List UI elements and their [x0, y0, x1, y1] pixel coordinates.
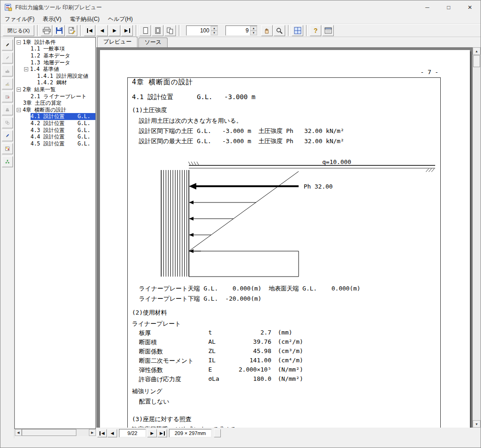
collapse-box[interactable]: −	[17, 88, 21, 92]
thumbnail-view-button[interactable]	[292, 25, 303, 36]
nav-next-page-button[interactable]: ▶	[147, 429, 157, 437]
ring-title: 補強リング	[132, 387, 162, 396]
subsection3-title: (3)座屈に対する照査	[132, 415, 191, 423]
zoom-tool-button[interactable]	[274, 25, 285, 36]
layout-tool-button[interactable]	[2, 143, 13, 154]
zoom-input[interactable]	[187, 26, 211, 35]
brush-tool-button[interactable]	[2, 65, 13, 76]
pan-tool-button[interactable]	[261, 25, 273, 36]
gray-marker-icon	[5, 81, 10, 87]
line-tool-button[interactable]	[2, 52, 13, 63]
help-button[interactable]: ?	[310, 25, 321, 36]
ink-pen-tool-button[interactable]	[2, 130, 13, 141]
tab-preview[interactable]: プレビュー	[97, 37, 137, 47]
tree-item-chapter4[interactable]: −4章 横断面の設計	[15, 107, 95, 114]
menu-file[interactable]: ファイル(F)	[0, 14, 38, 24]
print-setup-button[interactable]	[66, 25, 77, 36]
tree-item-chapter2[interactable]: −2章 結果一覧	[15, 86, 95, 93]
nav-prev-page-button[interactable]: ◀	[107, 429, 117, 437]
next-page-button[interactable]: ▶	[109, 25, 120, 36]
green-nodes-icon	[5, 158, 10, 165]
chapter-heading: 4章 横断面の設計	[132, 78, 193, 87]
table-row: 断面係数ZL45.98(cm³/m)	[139, 347, 303, 357]
multi-page-view-button[interactable]	[164, 25, 176, 36]
tab-source[interactable]: ソース	[138, 38, 168, 47]
scroll-up-arrow[interactable]: ▲	[473, 47, 481, 55]
titlebar: F8出力編集ツール 印刷プレビュー ─ □ ✕	[0, 0, 481, 14]
window-controls: ─ □ ✕	[417, 0, 481, 14]
pen-tool-button[interactable]	[2, 39, 13, 50]
tree-item-4-3[interactable]: 4.3 設計位置 G.L.	[15, 127, 95, 134]
shape-tool-button[interactable]	[2, 117, 13, 128]
tree-item-1-2[interactable]: 1.2 基本データ	[15, 52, 95, 59]
print-button[interactable]	[41, 25, 52, 36]
scrollbar-track[interactable]	[473, 67, 481, 420]
ph-label: Ph 32.00	[304, 183, 333, 190]
printer-icon	[43, 27, 51, 34]
last-page-button[interactable]: ▶	[121, 25, 133, 36]
first-page-icon: ◀	[100, 431, 105, 435]
close-window-button[interactable]: ✕	[459, 0, 481, 14]
page-number-input[interactable]	[226, 26, 250, 35]
page-down-arrow[interactable]: ▼	[250, 31, 257, 35]
properties-button[interactable]	[322, 25, 334, 36]
layout-grid-icon	[5, 145, 10, 152]
collapse-box[interactable]: −	[17, 40, 21, 44]
nav-last-page-button[interactable]: ▶	[157, 429, 167, 437]
nav-first-page-button[interactable]: ◀	[97, 429, 107, 437]
collapse-box[interactable]: −	[17, 108, 21, 112]
zoom-down-arrow[interactable]: ▼	[211, 31, 218, 35]
scroll-right-arrow[interactable]: ▶	[89, 429, 96, 436]
scroll-left-arrow[interactable]: ◀	[15, 429, 22, 436]
ring-value: 配置しない	[139, 398, 169, 406]
tree-item-1-1[interactable]: 1.1 一般事項	[15, 46, 95, 53]
tree-item-1-4-1[interactable]: 1.4.1 設計用設定値	[15, 73, 95, 80]
tree-item-1-4[interactable]: −1.4 基準値	[15, 66, 95, 73]
delete-annotation-button[interactable]	[2, 91, 13, 102]
first-page-button[interactable]: ◀	[84, 25, 95, 36]
tree-item-1-3[interactable]: 1.3 地層データ	[15, 59, 95, 66]
single-page-icon	[142, 27, 149, 35]
surcharge-label: q=10.000	[322, 159, 351, 165]
stamp-tool-button[interactable]	[2, 104, 13, 115]
page-indicator: 9/22	[119, 429, 146, 437]
maximize-button[interactable]: □	[438, 0, 459, 14]
liner-bottom-level: ライナープレート下端 G.L. -20.000(m)	[139, 295, 262, 303]
highlight-tool-button[interactable]	[2, 78, 13, 89]
gray-stamp-icon	[5, 107, 10, 113]
page-up-arrow[interactable]: ▲	[250, 26, 257, 31]
tree-item-4-2[interactable]: 4.2 設計位置 G.L.	[15, 120, 95, 127]
single-page-view-button[interactable]	[139, 25, 151, 36]
pressure-diagonal	[189, 171, 299, 251]
resize-grip[interactable]	[214, 429, 221, 437]
tree-item-1-4-2[interactable]: 1.4.2 鋼材	[15, 80, 95, 87]
tree-item-chapter3[interactable]: 3章 土圧の算定	[15, 100, 95, 107]
app-icon	[5, 4, 12, 11]
scrollbar-track[interactable]	[76, 429, 89, 436]
save-button[interactable]	[53, 25, 65, 36]
structure-tool-button[interactable]	[2, 156, 13, 167]
toolbar-separator	[288, 25, 290, 36]
zoom-up-arrow[interactable]: ▲	[211, 26, 218, 31]
scrollbar-thumb[interactable]	[473, 55, 480, 67]
collapse-box[interactable]: −	[24, 67, 28, 71]
tree-item-2-1[interactable]: 2.1 ライナープレート	[15, 93, 95, 100]
zoom-spinner: ▲ ▼	[186, 25, 218, 36]
toolbar-separator	[80, 25, 82, 36]
menu-help[interactable]: ヘルプ(H)	[104, 14, 137, 24]
help-icon: ?	[313, 27, 318, 34]
page-spinner: ▲ ▼	[225, 25, 257, 36]
scrollbar-thumb[interactable]	[22, 429, 76, 436]
fit-page-view-button[interactable]	[152, 25, 163, 36]
menu-edelivery[interactable]: 電子納品(C)	[65, 14, 104, 24]
tree-item-4-4[interactable]: 4.4 設計位置 G.L.	[15, 133, 95, 140]
tree-item-chapter1[interactable]: −1章 設計条件	[15, 39, 95, 46]
prev-page-button[interactable]: ◀	[96, 25, 108, 36]
close-preview-button[interactable]: 閉じる(X)	[3, 25, 34, 36]
tree-item-4-1-selected[interactable]: 4.1 設計位置 G.L.	[15, 114, 95, 120]
scroll-down-arrow[interactable]: ▼	[473, 420, 481, 428]
menubar: ファイル(F) 表示(V) 電子納品(C) ヘルプ(H)	[0, 14, 481, 24]
minimize-button[interactable]: ─	[417, 0, 438, 14]
menu-view[interactable]: 表示(V)	[38, 14, 65, 24]
tree-item-4-5[interactable]: 4.5 設計位置 G.L.	[15, 140, 95, 147]
